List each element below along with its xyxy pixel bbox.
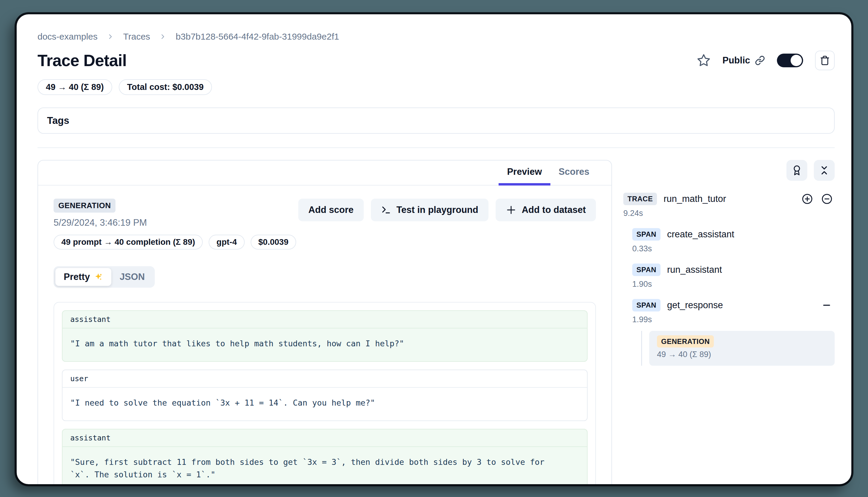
- page-title: Trace Detail: [38, 51, 127, 70]
- breadcrumb-project[interactable]: docs-examples: [38, 31, 98, 42]
- scores-annotate-button[interactable]: [786, 160, 807, 181]
- header-controls: Public: [697, 51, 835, 70]
- tab-scores[interactable]: Scores: [550, 160, 598, 185]
- award-icon: [792, 165, 802, 176]
- zoom-out-icon[interactable]: [821, 193, 833, 205]
- trace-duration: 9.24s: [623, 209, 835, 218]
- tab-preview[interactable]: Preview: [498, 160, 550, 185]
- messages-container: assistant "I am a math tutor that likes …: [54, 302, 596, 484]
- star-icon[interactable]: [697, 54, 710, 67]
- link-icon[interactable]: [755, 55, 765, 66]
- breadcrumb-traces[interactable]: Traces: [123, 31, 150, 42]
- span-name: run_assistant: [667, 265, 722, 275]
- total-cost-badge: Total cost: $0.0039: [119, 79, 212, 95]
- trace-name: run_math_tutor: [664, 194, 726, 204]
- tags-card[interactable]: Tags: [38, 108, 835, 134]
- toggle-knob: [791, 55, 802, 66]
- observation-timestamp: 5/29/2024, 3:46:19 PM: [54, 217, 296, 228]
- tags-label: Tags: [47, 115, 69, 126]
- zoom-in-icon[interactable]: [801, 193, 813, 205]
- view-mode-pretty[interactable]: Pretty: [55, 268, 111, 286]
- trace-badge: TRACE: [623, 193, 657, 205]
- generation-type-badge: GENERATION: [54, 199, 116, 213]
- usage-badge: 49 prompt → 40 completion (Σ 89): [54, 235, 203, 250]
- cost-badge: $0.0039: [251, 235, 296, 250]
- message-role: assistant: [62, 429, 587, 447]
- chevron-right-icon: [106, 33, 114, 41]
- public-link: Public: [722, 55, 765, 66]
- tab-bar: Preview Scores: [38, 160, 611, 185]
- view-mode-json[interactable]: JSON: [111, 268, 153, 286]
- chevrons-collapse-icon: [819, 165, 829, 176]
- test-in-playground-button[interactable]: Test in playground: [371, 199, 489, 221]
- tree-node-span[interactable]: SPAN run_assistant 1.90s: [632, 264, 835, 289]
- message-role: user: [62, 370, 587, 388]
- summary-badges: 49 → 40 (Σ 89) Total cost: $0.0039: [38, 79, 835, 95]
- message-assistant: assistant "Sure, first subtract 11 from …: [62, 429, 588, 484]
- chevron-right-icon: [159, 33, 167, 41]
- tree-node-trace[interactable]: TRACE run_math_tutor: [623, 193, 835, 205]
- span-badge: SPAN: [632, 299, 661, 312]
- generation-badge: GENERATION: [657, 335, 714, 347]
- app-window: docs-examples Traces b3b7b128-5664-4f42-…: [17, 14, 851, 484]
- tree-indent-guide: GENERATION 49 → 40 (Σ 89): [641, 331, 835, 366]
- breadcrumb-trace-id: b3b7b128-5664-4f42-9fab-31999da9e2f1: [176, 31, 339, 42]
- span-badge: SPAN: [632, 264, 661, 276]
- public-toggle[interactable]: [777, 54, 803, 67]
- sparkles-icon: [93, 272, 103, 282]
- model-badge[interactable]: gpt-4: [209, 235, 244, 250]
- section-divider: [38, 147, 835, 148]
- span-badge: SPAN: [632, 228, 661, 241]
- add-score-button[interactable]: Add score: [298, 199, 364, 221]
- public-label: Public: [722, 55, 750, 66]
- tree-node-generation-selected[interactable]: GENERATION 49 → 40 (Σ 89): [649, 331, 835, 366]
- span-duration: 1.99s: [632, 315, 835, 324]
- collapse-all-button[interactable]: [814, 160, 835, 181]
- plus-icon: [506, 204, 517, 215]
- terminal-icon: [381, 205, 391, 215]
- message-role: assistant: [62, 311, 587, 328]
- delete-trace-button[interactable]: [815, 51, 835, 70]
- message-content: "Sure, first subtract 11 from both sides…: [62, 447, 568, 484]
- span-name: get_response: [667, 300, 723, 311]
- breadcrumb: docs-examples Traces b3b7b128-5664-4f42-…: [38, 31, 835, 42]
- trace-tree-panel: TRACE run_math_tutor 9.24s: [623, 160, 835, 366]
- span-duration: 0.33s: [632, 244, 835, 253]
- tree-node-span[interactable]: SPAN create_assistant 0.33s: [632, 228, 835, 253]
- add-to-dataset-button[interactable]: Add to dataset: [496, 199, 596, 221]
- observation-actions: Add score Test in playground: [298, 199, 596, 221]
- generation-metrics: 49 → 40 (Σ 89): [657, 350, 827, 359]
- observation-meta: GENERATION 5/29/2024, 3:46:19 PM 49 prom…: [54, 199, 296, 250]
- trash-icon: [820, 55, 830, 66]
- span-name: create_assistant: [667, 229, 734, 240]
- tree-node-span[interactable]: SPAN get_response 1.99s: [632, 299, 835, 324]
- collapse-node-icon[interactable]: [822, 300, 835, 310]
- token-usage-badge: 49 → 40 (Σ 89): [38, 79, 112, 95]
- message-assistant: assistant "I am a math tutor that likes …: [62, 310, 588, 362]
- message-content: "I am a math tutor that likes to help ma…: [62, 328, 568, 361]
- message-user: user "I need to solve the equation `3x +…: [62, 370, 588, 421]
- message-content: "I need to solve the equation `3x + 11 =…: [62, 388, 568, 421]
- observation-card: Preview Scores GENERATION 5/29/2024, 3:4…: [38, 160, 612, 484]
- span-duration: 1.90s: [632, 280, 835, 289]
- view-mode-toggle: Pretty JSON: [54, 266, 155, 288]
